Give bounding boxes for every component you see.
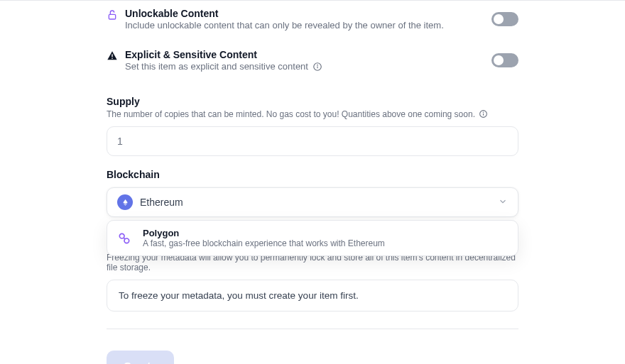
blockchain-option-polygon[interactable]: Polygon A fast, gas-free blockchain expe… <box>117 228 508 248</box>
unlockable-title: Unlockable Content <box>125 8 491 19</box>
freeze-box: To freeze your metadata, you must create… <box>107 280 518 311</box>
polygon-icon <box>117 228 134 248</box>
svg-point-5 <box>317 65 318 66</box>
blockchain-select[interactable]: Ethereum <box>107 187 518 217</box>
blockchain-section: Blockchain Ethereum <box>107 169 518 217</box>
ethereum-icon <box>117 194 133 210</box>
unlockable-desc: Include unlockable content that can only… <box>125 20 444 31</box>
option-desc: A fast, gas-free blockchain experience t… <box>143 238 385 248</box>
supply-desc: The number of copies that can be minted.… <box>107 109 475 119</box>
explicit-row: Explicit & Sensitive Content Set this it… <box>107 42 518 83</box>
explicit-desc: Set this item as explicit and sensitive … <box>125 61 308 72</box>
option-name: Polygon <box>143 228 385 238</box>
svg-rect-1 <box>112 55 112 57</box>
supply-label: Supply <box>107 96 518 107</box>
explicit-toggle[interactable] <box>491 53 518 67</box>
explicit-title: Explicit & Sensitive Content <box>125 49 491 60</box>
create-item-form: Unlockable Content Include unlockable co… <box>0 0 625 364</box>
svg-point-9 <box>119 234 124 239</box>
info-icon[interactable] <box>479 109 488 118</box>
supply-input[interactable] <box>107 126 518 156</box>
blockchain-selected: Ethereum <box>140 197 498 208</box>
chevron-down-icon <box>498 197 508 209</box>
info-icon[interactable] <box>312 62 322 72</box>
unlockable-toggle[interactable] <box>491 12 518 26</box>
svg-point-8 <box>484 112 484 113</box>
lock-icon <box>107 8 125 23</box>
svg-point-10 <box>124 238 129 243</box>
supply-section: Supply The number of copies that can be … <box>107 96 518 156</box>
svg-rect-2 <box>112 58 112 59</box>
blockchain-label: Blockchain <box>107 169 518 180</box>
warning-icon <box>107 49 125 64</box>
unlockable-row: Unlockable Content Include unlockable co… <box>107 1 518 42</box>
create-button[interactable]: Create <box>107 351 174 364</box>
svg-rect-0 <box>109 14 115 19</box>
blockchain-dropdown: Polygon A fast, gas-free blockchain expe… <box>107 220 518 256</box>
divider <box>107 329 518 329</box>
